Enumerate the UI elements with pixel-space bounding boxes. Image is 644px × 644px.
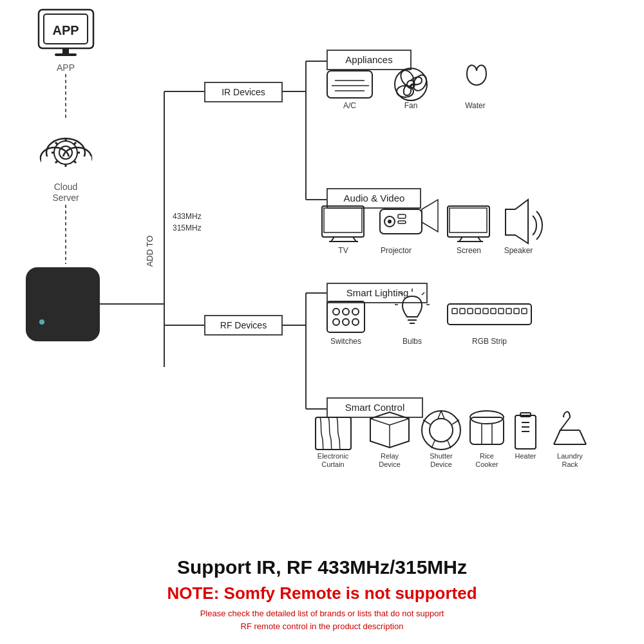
svg-text:Audio & Video: Audio & Video	[344, 193, 405, 204]
svg-rect-109	[498, 308, 504, 314]
svg-text:Appliances: Appliances	[345, 54, 392, 65]
svg-text:Cooker: Cooker	[475, 460, 498, 468]
svg-text:A/C: A/C	[343, 101, 356, 110]
svg-text:Laundry: Laundry	[557, 452, 583, 460]
svg-text:Device: Device	[430, 460, 452, 468]
svg-text:Cloud: Cloud	[54, 182, 78, 192]
svg-text:Switches: Switches	[330, 337, 361, 346]
svg-text:Device: Device	[379, 460, 401, 468]
svg-rect-107	[483, 308, 488, 314]
svg-point-91	[352, 319, 359, 325]
svg-line-18	[55, 142, 57, 144]
svg-rect-25	[26, 267, 100, 341]
svg-line-19	[74, 161, 76, 163]
svg-rect-85	[327, 301, 365, 332]
svg-text:Curtain: Curtain	[321, 460, 344, 468]
svg-text:433MHz: 433MHz	[173, 212, 202, 221]
svg-text:Speaker: Speaker	[504, 246, 533, 255]
svg-rect-67	[324, 208, 362, 232]
svg-point-86	[333, 308, 339, 315]
svg-rect-102	[448, 304, 531, 325]
svg-line-80	[459, 237, 462, 242]
svg-line-81	[478, 237, 481, 242]
svg-text:Server: Server	[52, 193, 79, 203]
svg-text:Shutter: Shutter	[430, 452, 453, 460]
svg-line-121	[441, 411, 444, 419]
svg-rect-3	[62, 48, 69, 53]
page-container: APP APP Cloud Serv	[0, 0, 644, 644]
svg-text:Bulbs: Bulbs	[402, 337, 422, 346]
svg-point-119	[422, 411, 460, 450]
svg-text:315MHz: 315MHz	[173, 223, 202, 232]
svg-text:Rack: Rack	[562, 460, 578, 468]
svg-text:Fan: Fan	[404, 101, 418, 110]
bottom-section: Support IR, RF 433MHz/315MHz NOTE: Somfy…	[0, 556, 644, 632]
svg-text:APP: APP	[57, 62, 75, 73]
svg-point-89	[333, 319, 339, 325]
svg-text:RGB Strip: RGB Strip	[472, 337, 507, 346]
svg-line-142	[580, 430, 586, 444]
svg-line-141	[554, 430, 560, 444]
svg-text:IR Devices: IR Devices	[222, 87, 265, 97]
svg-rect-54	[327, 71, 372, 98]
svg-point-26	[39, 319, 44, 325]
svg-point-88	[352, 308, 359, 315]
note-text: NOTE: Somfy Remote is not supported	[19, 583, 625, 603]
diagram-svg: APP APP Cloud Serv	[0, 0, 644, 515]
svg-rect-75	[398, 214, 406, 218]
svg-text:RF Devices: RF Devices	[220, 320, 267, 330]
svg-line-69	[353, 237, 356, 242]
svg-text:Smart Control: Smart Control	[345, 402, 405, 413]
svg-point-87	[343, 308, 349, 315]
svg-line-68	[331, 237, 334, 242]
svg-point-74	[388, 220, 392, 223]
sub-text: Please check the detailed list of brands…	[19, 607, 625, 632]
svg-text:Screen: Screen	[457, 246, 481, 255]
svg-rect-4	[55, 53, 77, 56]
svg-point-90	[343, 319, 349, 325]
svg-rect-103	[452, 308, 457, 314]
svg-rect-111	[514, 308, 519, 314]
svg-rect-72	[380, 209, 422, 234]
support-text: Support IR, RF 433MHz/315MHz	[19, 556, 625, 578]
svg-rect-105	[468, 308, 473, 314]
svg-text:ADD TO: ADD TO	[145, 236, 155, 267]
svg-text:Rice: Rice	[480, 452, 494, 460]
svg-rect-104	[460, 308, 465, 314]
svg-text:Relay: Relay	[381, 452, 399, 460]
svg-text:Electronic: Electronic	[317, 452, 349, 460]
svg-line-20	[74, 142, 76, 144]
svg-line-126	[438, 411, 441, 419]
svg-text:Water: Water	[465, 101, 486, 110]
svg-line-21	[55, 161, 57, 163]
svg-text:Smart Lighting: Smart Lighting	[346, 287, 409, 298]
svg-text:APP: APP	[52, 23, 79, 37]
svg-point-120	[430, 419, 453, 442]
svg-rect-106	[475, 308, 480, 314]
svg-rect-79	[450, 208, 487, 232]
svg-text:Heater: Heater	[515, 452, 536, 460]
svg-text:TV: TV	[338, 246, 348, 255]
svg-rect-110	[506, 308, 511, 314]
svg-text:Projector: Projector	[381, 246, 412, 255]
svg-rect-112	[522, 308, 527, 314]
svg-rect-108	[491, 308, 496, 314]
svg-rect-76	[398, 221, 406, 223]
